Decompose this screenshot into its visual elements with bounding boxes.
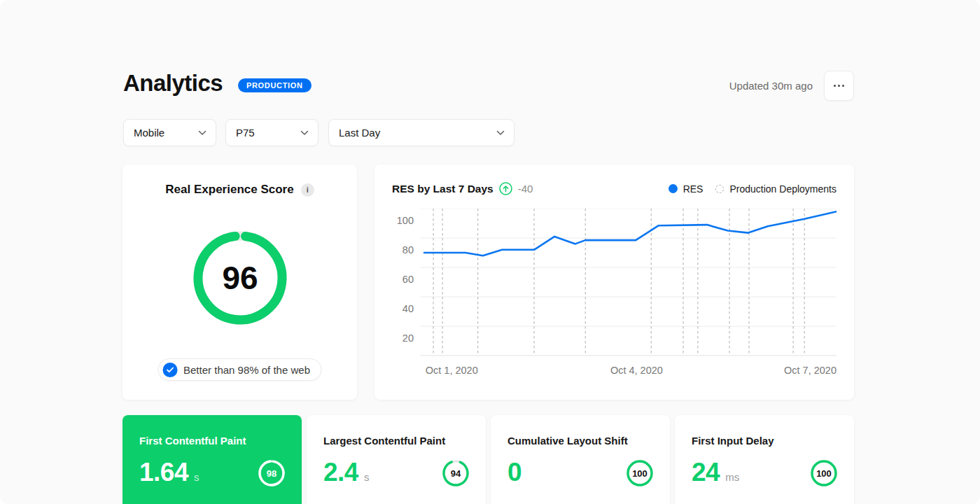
metric-unit: s — [194, 471, 200, 483]
metric-score-ring: 98 — [257, 458, 286, 488]
svg-text:60: 60 — [402, 274, 414, 285]
deployment-dashed-circle-icon — [715, 185, 724, 193]
res-comparison-badge: Better than 98% of the web — [158, 358, 322, 381]
environment-badge: PRODUCTION — [238, 78, 312, 92]
metric-value: 24 — [692, 458, 720, 487]
chevron-down-icon — [496, 130, 505, 136]
chart-legend: RES Production Deployments — [668, 183, 836, 195]
metric-score-ring: 100 — [625, 458, 654, 488]
metric-score: 94 — [441, 458, 470, 488]
overflow-menu-button[interactable] — [824, 71, 854, 101]
real-experience-score-card: Real Experience Score i 96 Better than 9… — [122, 164, 357, 400]
metric-score-ring: 100 — [809, 458, 839, 488]
metric-score: 100 — [809, 458, 839, 488]
metric-score-ring: 94 — [441, 458, 470, 488]
svg-text:80: 80 — [402, 244, 414, 255]
metric-title: Largest Contentful Paint — [323, 435, 469, 447]
legend-item-res[interactable]: RES — [668, 183, 704, 195]
svg-text:Oct 1, 2020: Oct 1, 2020 — [426, 365, 478, 376]
chevron-down-icon — [300, 130, 309, 136]
metric-card-cumulative-layout-shift[interactable]: Cumulative Layout Shift 0 100 — [491, 415, 670, 504]
metric-score: 100 — [625, 458, 654, 488]
device-dropdown-value: Mobile — [134, 127, 164, 139]
metric-card-largest-contentful-paint[interactable]: Largest Contentful Paint 2.4 s 94 — [307, 415, 486, 504]
device-dropdown[interactable]: Mobile — [123, 119, 216, 146]
res-series-dot-icon — [668, 184, 678, 193]
legend-label: RES — [683, 183, 704, 195]
metric-title: First Input Delay — [692, 435, 837, 447]
res-card-title: Real Experience Score — [165, 183, 293, 197]
percentile-dropdown-value: P75 — [236, 127, 255, 139]
svg-text:40: 40 — [402, 303, 414, 314]
metric-title: First Contentful Paint — [139, 435, 285, 447]
svg-text:Oct 7, 2020: Oct 7, 2020 — [784, 365, 836, 376]
web-vitals-metrics-row: First Contentful Paint 1.64 s 98 Largest… — [122, 415, 854, 504]
res-comparison-text: Better than 98% of the web — [183, 364, 310, 376]
svg-text:20: 20 — [402, 332, 414, 344]
analytics-dashboard: Analytics PRODUCTION Updated 30m ago Mob… — [0, 0, 980, 504]
legend-label: Production Deployments — [729, 183, 836, 195]
updated-timestamp: Updated 30m ago — [729, 80, 813, 92]
metric-unit: ms — [725, 471, 739, 483]
info-icon[interactable]: i — [301, 183, 314, 197]
chart-delta-value: -40 — [518, 183, 533, 195]
metric-value: 1.64 — [139, 458, 188, 487]
chevron-down-icon — [198, 130, 206, 136]
metric-value: 0 — [507, 458, 522, 487]
metric-value: 2.4 — [323, 458, 358, 487]
res-line-chart: 10080604020Oct 1, 2020Oct 4, 2020Oct 7, … — [388, 209, 836, 380]
check-icon — [162, 363, 177, 377]
metric-title: Cumulative Layout Shift — [507, 435, 653, 447]
chart-title: RES by Last 7 Days — [392, 183, 493, 195]
percentile-dropdown[interactable]: P75 — [225, 119, 318, 146]
ellipsis-icon — [834, 85, 844, 87]
res-score-gauge: 96 — [188, 225, 293, 330]
metric-card-first-input-delay[interactable]: First Input Delay 24 ms 100 — [675, 415, 854, 504]
metric-unit: s — [364, 471, 370, 483]
legend-item-deployments[interactable]: Production Deployments — [715, 183, 836, 195]
svg-text:Oct 4, 2020: Oct 4, 2020 — [610, 365, 663, 376]
time-range-dropdown[interactable]: Last Day — [328, 119, 514, 146]
res-score-value: 96 — [188, 225, 293, 330]
svg-text:100: 100 — [397, 215, 414, 226]
time-range-dropdown-value: Last Day — [339, 127, 380, 139]
metric-score: 98 — [257, 458, 286, 488]
res-trend-chart-card: RES by Last 7 Days -40 RES Production De… — [374, 164, 854, 400]
metric-card-first-contentful-paint[interactable]: First Contentful Paint 1.64 s 98 — [122, 415, 302, 504]
page-title: Analytics — [123, 70, 223, 97]
trend-up-icon — [499, 182, 512, 195]
